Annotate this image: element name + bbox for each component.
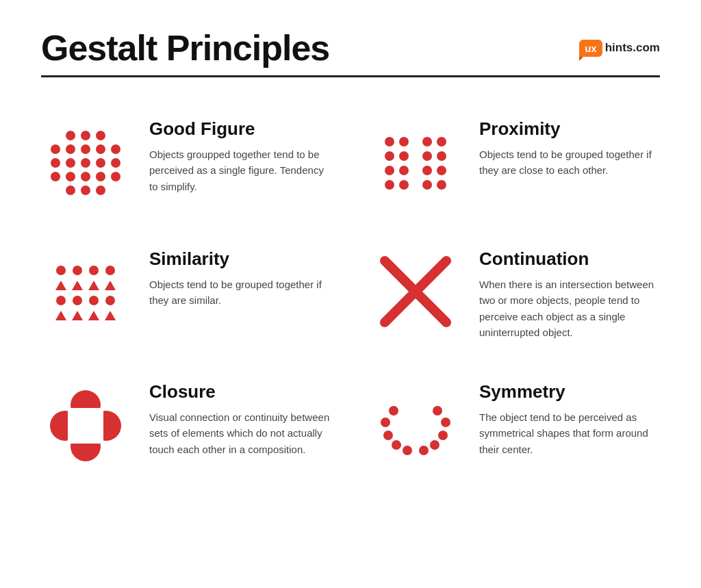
logo-domain: hints.com xyxy=(605,41,660,55)
svg-point-9 xyxy=(383,431,393,440)
svg-point-7 xyxy=(389,406,398,416)
svg-point-11 xyxy=(403,446,412,455)
svg-point-16 xyxy=(419,446,429,455)
svg-point-13 xyxy=(441,418,450,427)
svg-point-14 xyxy=(438,431,448,440)
similarity-icon-area xyxy=(41,248,130,337)
svg-point-10 xyxy=(392,440,401,450)
svg-point-15 xyxy=(430,440,439,450)
principle-closure: Closure Visual connection or continuity … xyxy=(41,368,330,484)
closure-text: Closure Visual connection or continuity … xyxy=(149,381,330,457)
closure-icon xyxy=(44,385,127,467)
symmetry-icon-area xyxy=(371,381,460,470)
principle-symmetry: Symmetry The object tend to be perceived… xyxy=(371,368,660,484)
proximity-icon xyxy=(385,137,446,190)
header-divider xyxy=(41,75,660,77)
proximity-desc: Objects tend to be grouped together if t… xyxy=(479,146,660,179)
closure-desc: Visual connection or continuity between … xyxy=(149,409,330,457)
closure-title: Closure xyxy=(149,381,330,402)
continuation-text: Continuation When there is an intersecti… xyxy=(479,248,660,340)
similarity-icon xyxy=(55,266,116,320)
principles-grid: Good Figure Objects groupped together te… xyxy=(41,105,660,484)
principle-proximity: Proximity Objects tend to be grouped tog… xyxy=(371,105,660,221)
logo: ux hints.com xyxy=(579,40,660,57)
prox-group-right xyxy=(422,137,446,190)
symmetry-icon xyxy=(371,381,460,470)
continuation-icon xyxy=(378,254,453,332)
closure-icon-area xyxy=(41,381,130,470)
symmetry-text: Symmetry The object tend to be perceived… xyxy=(479,381,660,457)
symmetry-title: Symmetry xyxy=(479,381,660,402)
proximity-icon-area xyxy=(371,118,460,207)
prox-group-left xyxy=(385,137,409,190)
good-figure-icon xyxy=(50,131,121,195)
good-figure-text: Good Figure Objects groupped together te… xyxy=(149,118,330,194)
symmetry-desc: The object tend to be perceived as symme… xyxy=(479,409,660,457)
page: Gestalt Principles ux hints.com xyxy=(0,0,701,588)
svg-rect-6 xyxy=(68,408,103,444)
header: Gestalt Principles ux hints.com xyxy=(41,27,660,68)
principle-similarity: Similarity Objects tend to be grouped to… xyxy=(41,235,330,354)
proximity-text: Proximity Objects tend to be grouped tog… xyxy=(479,118,660,179)
good-figure-desc: Objects groupped together tend to be per… xyxy=(149,146,330,194)
good-figure-title: Good Figure xyxy=(149,118,330,140)
continuation-icon-area xyxy=(371,248,460,337)
proximity-title: Proximity xyxy=(479,118,660,140)
page-title: Gestalt Principles xyxy=(41,27,329,68)
similarity-desc: Objects tend to be grouped together if t… xyxy=(149,277,330,309)
svg-point-8 xyxy=(381,418,390,427)
principle-good-figure: Good Figure Objects groupped together te… xyxy=(41,105,330,221)
svg-point-12 xyxy=(433,406,442,416)
continuation-title: Continuation xyxy=(479,248,660,270)
similarity-title: Similarity xyxy=(149,248,330,270)
good-figure-icon-area xyxy=(41,118,130,207)
continuation-desc: When there is an intersection between tw… xyxy=(479,277,660,340)
principle-continuation: Continuation When there is an intersecti… xyxy=(371,235,660,354)
logo-ux: ux xyxy=(579,40,602,57)
similarity-text: Similarity Objects tend to be grouped to… xyxy=(149,248,330,309)
